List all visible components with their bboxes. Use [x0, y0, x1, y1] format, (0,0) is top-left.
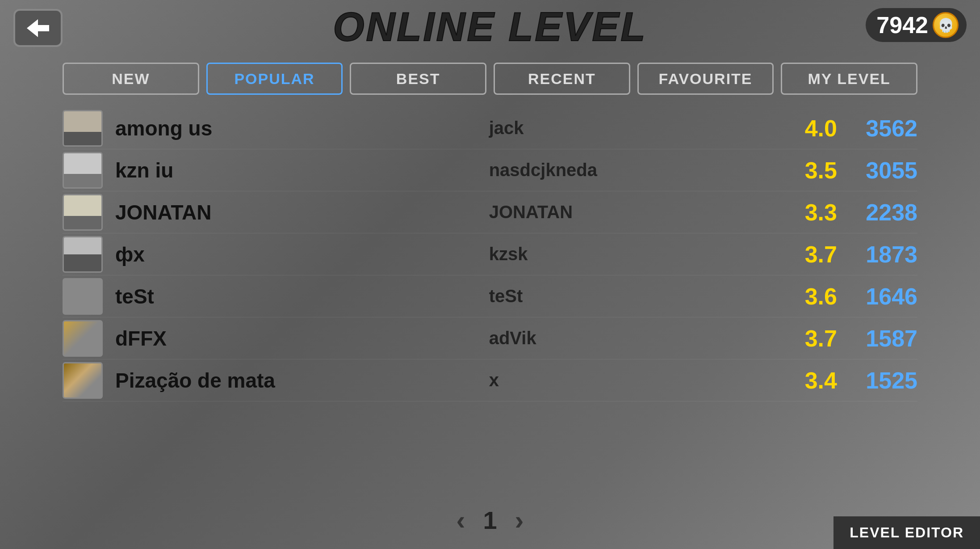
- page-number: 1: [483, 506, 497, 535]
- tabs-row: NEW POPULAR BEST RECENT FAVOURITE MY LEV…: [63, 63, 917, 95]
- level-author: teSt: [489, 286, 788, 306]
- tab-popular[interactable]: POPULAR: [206, 63, 343, 95]
- level-name: JONATAN: [103, 200, 489, 224]
- level-thumbnail: [63, 320, 103, 357]
- level-thumbnail: [63, 278, 103, 315]
- svg-marker-0: [27, 19, 49, 37]
- level-thumbnail: [63, 110, 103, 147]
- pagination: ‹ 1 ›: [0, 505, 980, 536]
- level-name: Pização de mata: [103, 368, 489, 393]
- level-author: jack: [489, 118, 788, 138]
- level-name: among us: [103, 116, 489, 140]
- tab-favourite[interactable]: FAVOURITE: [637, 63, 774, 95]
- back-button[interactable]: [13, 9, 63, 47]
- coin-amount: 7942: [876, 12, 928, 38]
- level-thumbnail: [63, 152, 103, 189]
- level-row[interactable]: kzn iu nasdcjkneda 3.5 3055: [63, 149, 917, 191]
- level-thumbnail: [63, 194, 103, 231]
- level-rating: 4.0: [788, 115, 846, 142]
- level-thumbnail: [63, 362, 103, 399]
- level-rating: 3.3: [788, 199, 846, 226]
- tab-best[interactable]: BEST: [350, 63, 486, 95]
- coin-display: 7942 💀: [866, 8, 967, 42]
- page-title: ONLINE LEVEL: [333, 4, 647, 50]
- level-name: dFFX: [103, 326, 489, 351]
- level-list: among us jack 4.0 3562 kzn iu nasdcjkned…: [63, 107, 917, 504]
- level-plays: 1525: [846, 367, 917, 394]
- level-author: JONATAN: [489, 202, 788, 222]
- level-rating: 3.4: [788, 367, 846, 394]
- coin-icon: 💀: [933, 12, 959, 38]
- level-rating: 3.7: [788, 241, 846, 268]
- level-name: kzn iu: [103, 158, 489, 182]
- level-row[interactable]: among us jack 4.0 3562: [63, 107, 917, 149]
- level-row[interactable]: Pização de mata x 3.4 1525: [63, 359, 917, 401]
- level-editor-button[interactable]: LEVEL EDITOR: [833, 516, 980, 549]
- level-row[interactable]: фх kzsk 3.7 1873: [63, 233, 917, 275]
- level-author: x: [489, 370, 788, 390]
- level-author: nasdcjkneda: [489, 160, 788, 180]
- level-plays: 1646: [846, 283, 917, 310]
- prev-page-button[interactable]: ‹: [456, 505, 465, 536]
- level-plays: 3562: [846, 115, 917, 142]
- level-rating: 3.7: [788, 325, 846, 352]
- level-row[interactable]: dFFX adVik 3.7 1587: [63, 317, 917, 359]
- level-row[interactable]: JONATAN JONATAN 3.3 2238: [63, 191, 917, 233]
- level-author: adVik: [489, 328, 788, 348]
- level-row[interactable]: teSt teSt 3.6 1646: [63, 275, 917, 317]
- level-name: фх: [103, 242, 489, 266]
- tab-new[interactable]: NEW: [63, 63, 199, 95]
- level-thumbnail: [63, 236, 103, 273]
- level-author: kzsk: [489, 244, 788, 264]
- level-rating: 3.5: [788, 157, 846, 184]
- level-name: teSt: [103, 284, 489, 308]
- tab-recent[interactable]: RECENT: [494, 63, 630, 95]
- level-plays: 2238: [846, 199, 917, 226]
- level-plays: 3055: [846, 157, 917, 184]
- level-plays: 1873: [846, 241, 917, 268]
- level-rating: 3.6: [788, 283, 846, 310]
- tab-my-level[interactable]: MY LEVEL: [781, 63, 917, 95]
- level-plays: 1587: [846, 325, 917, 352]
- next-page-button[interactable]: ›: [515, 505, 524, 536]
